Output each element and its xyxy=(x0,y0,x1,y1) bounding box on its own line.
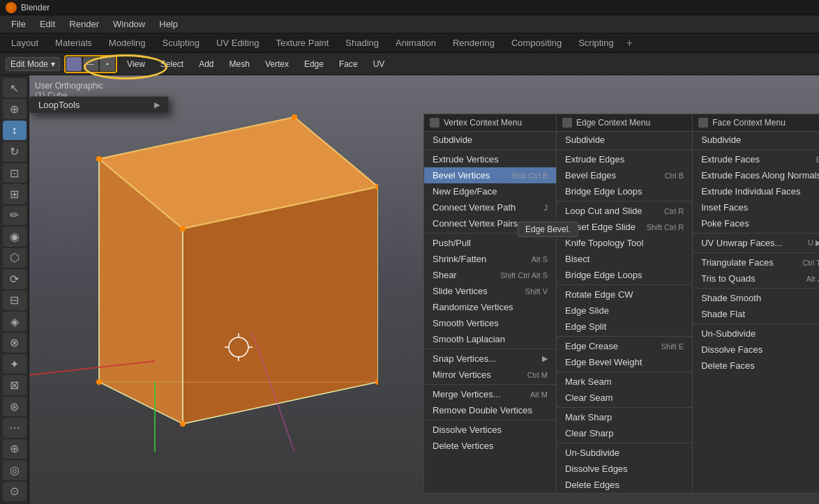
edge-menu-button[interactable]: Edge xyxy=(299,58,329,70)
menu-window[interactable]: Window xyxy=(107,17,151,31)
looptools-label: LoopTools xyxy=(38,100,80,110)
smooth-tool[interactable]: ⋯ xyxy=(3,418,27,437)
annotate-tool[interactable]: ✏ xyxy=(3,206,27,225)
mode-label: Edit Mode xyxy=(10,59,48,69)
edit-toolbar: Edit Mode ▾ · — ▪ View Select Add Mesh V… xyxy=(0,53,819,75)
knife-tool[interactable]: ✦ xyxy=(3,354,27,374)
measure-tool[interactable]: ◉ xyxy=(3,227,27,246)
ws-tab-layout[interactable]: Layout xyxy=(3,36,47,50)
move-tool[interactable]: ↕ xyxy=(3,121,27,140)
ws-tab-materials[interactable]: Materials xyxy=(47,36,100,50)
select-menu-button[interactable]: Select xyxy=(155,58,189,70)
ws-tab-animation[interactable]: Animation xyxy=(387,36,444,50)
svg-point-11 xyxy=(292,114,297,120)
svg-point-13 xyxy=(180,226,186,231)
ws-tab-scripting[interactable]: Scripting xyxy=(570,36,622,50)
menu-file[interactable]: File xyxy=(6,17,31,31)
menu-edit[interactable]: Edit xyxy=(34,17,61,31)
menubar: File Edit Render Window Help xyxy=(0,15,819,33)
edge-bevel-tooltip: Edge Bevel. xyxy=(518,222,578,237)
viewport-3d[interactable]: User Orthographic (1) Cube LoopTools ▶ V… xyxy=(29,75,819,504)
ws-tab-sculpting[interactable]: Sculpting xyxy=(154,36,208,50)
extrude-tool[interactable]: ⟳ xyxy=(3,269,27,289)
menu-help[interactable]: Help xyxy=(153,17,183,31)
face-mode-button[interactable]: ▪ xyxy=(100,57,115,71)
mode-dropdown-icon: ▾ xyxy=(51,59,55,69)
scale-tool[interactable]: ⊡ xyxy=(3,163,27,183)
viewport-view-mode: User Orthographic xyxy=(35,81,103,91)
looptools-arrow: ▶ xyxy=(154,100,160,109)
face-menu-button[interactable]: Face xyxy=(333,58,363,70)
uv-menu-button[interactable]: UV xyxy=(368,58,391,70)
mesh-menu-button[interactable]: Mesh xyxy=(224,58,255,70)
spin-tool[interactable]: ⊛ xyxy=(3,397,27,416)
shear-tool[interactable]: ◎ xyxy=(3,460,27,480)
poly-build-tool[interactable]: ⊠ xyxy=(3,375,27,395)
add-mesh-tool[interactable]: ⬡ xyxy=(3,248,27,268)
blender-logo-icon xyxy=(6,2,17,13)
inset-tool[interactable]: ⊟ xyxy=(3,291,27,310)
vertex-mode-button[interactable]: · xyxy=(66,57,82,71)
rotate-tool[interactable]: ↻ xyxy=(3,142,27,161)
ws-tab-compositing[interactable]: Compositing xyxy=(503,36,570,50)
app-title: Blender xyxy=(21,3,50,13)
view-menu-button[interactable]: View xyxy=(121,58,151,70)
left-sidebar: ↖ ⊕ ↕ ↻ ⊡ ⊞ ✏ ◉ ⬡ ⟳ ⊟ ◈ ⊗ ✦ ⊠ ⊛ ⋯ ⊕ ◎ ⊙ xyxy=(0,75,29,504)
ws-tab-uv-editing[interactable]: UV Editing xyxy=(208,36,267,50)
ws-tab-texture-paint[interactable]: Texture Paint xyxy=(267,36,337,50)
add-workspace-button[interactable]: + xyxy=(622,37,637,49)
ws-tab-rendering[interactable]: Rendering xyxy=(444,36,503,50)
mode-select[interactable]: Edit Mode ▾ xyxy=(6,57,60,71)
workspace-tabs: Layout Materials Modeling Sculpting UV E… xyxy=(0,33,819,53)
transform-tool[interactable]: ⊞ xyxy=(3,184,27,204)
select-box-tool[interactable]: ↖ xyxy=(3,78,27,98)
main-area: ↖ ⊕ ↕ ↻ ⊡ ⊞ ✏ ◉ ⬡ ⟳ ⊟ ◈ ⊗ ✦ ⊠ ⊛ ⋯ ⊕ ◎ ⊙ xyxy=(0,75,819,504)
mesh-select-mode-group: · — ▪ xyxy=(64,55,117,73)
menu-render[interactable]: Render xyxy=(63,17,105,31)
cursor-tool[interactable]: ⊕ xyxy=(3,99,27,119)
add-menu-button[interactable]: Add xyxy=(193,58,219,70)
ws-tab-modeling[interactable]: Modeling xyxy=(100,36,154,50)
looptools-menu: LoopTools ▶ xyxy=(29,96,169,114)
edge-mode-button[interactable]: — xyxy=(83,57,98,71)
loop-cut-tool[interactable]: ⊗ xyxy=(3,333,27,352)
bevel-tool[interactable]: ◈ xyxy=(3,312,27,331)
titlebar: Blender xyxy=(0,0,819,15)
cube-mesh xyxy=(29,75,378,452)
svg-point-10 xyxy=(96,156,102,162)
looptools-item[interactable]: LoopTools ▶ xyxy=(30,97,168,113)
rip-tool[interactable]: ⊙ xyxy=(3,482,27,501)
vertex-menu-button[interactable]: Vertex xyxy=(260,58,294,70)
ws-tab-shading[interactable]: Shading xyxy=(337,36,387,50)
svg-point-16 xyxy=(180,421,186,427)
svg-point-14 xyxy=(96,379,102,385)
shrink-fatten-tool[interactable]: ⊕ xyxy=(3,439,27,459)
